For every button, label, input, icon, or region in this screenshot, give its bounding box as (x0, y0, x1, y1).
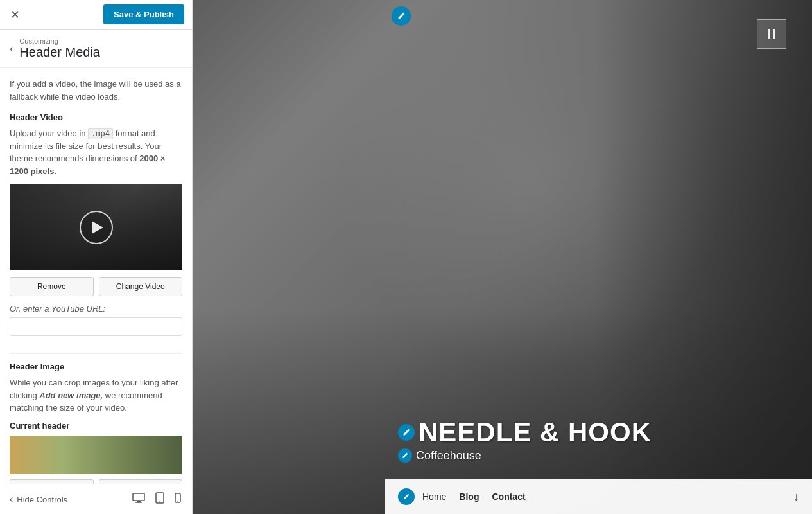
upload-note: Upload your video in .mp4 format and min… (10, 127, 182, 177)
video-thumbnail[interactable] (10, 184, 182, 270)
change-video-button[interactable]: Change Video (99, 277, 183, 296)
play-triangle-icon (92, 221, 103, 234)
preview-nav: Home Blog Contact ↓ (385, 479, 812, 514)
site-branding: NEEDLE & HOOK Coffeehouse (398, 419, 652, 463)
site-title-row: NEEDLE & HOOK (398, 419, 652, 446)
youtube-label: Or, enter a YouTube URL: (10, 304, 182, 314)
thumb-inner (10, 436, 182, 474)
youtube-url-input[interactable] (10, 317, 182, 336)
svg-rect-0 (133, 493, 144, 501)
section-header-text: Customizing Header Media (19, 37, 100, 60)
add-new-image-button[interactable]: Add new image (99, 479, 183, 484)
play-button[interactable] (80, 211, 113, 244)
nav-pencil-icon (403, 493, 410, 500)
site-tagline: Coffeehouse (416, 449, 481, 463)
hide-controls-back-icon: ‹ (10, 493, 13, 505)
edit-nav-button[interactable] (398, 488, 415, 505)
nav-item-blog[interactable]: Blog (459, 492, 479, 502)
svg-rect-2 (135, 502, 142, 503)
close-button[interactable]: ✕ (8, 5, 22, 24)
edit-site-title-button[interactable] (398, 424, 415, 441)
pencil-icon (397, 12, 405, 20)
scroll-down-icon: ↓ (793, 490, 799, 504)
remove-video-button[interactable]: Remove (10, 277, 94, 296)
svg-point-4 (159, 501, 160, 502)
tablet-view-button[interactable] (154, 491, 166, 508)
edit-site-tagline-button[interactable] (398, 448, 412, 463)
device-icons (131, 491, 182, 508)
svg-point-6 (177, 501, 178, 501)
tablet-icon (155, 492, 164, 504)
hide-controls-label: Hide Controls (17, 495, 67, 504)
section-header: ‹ Customizing Header Media (0, 30, 192, 68)
current-header-label: Current header (10, 421, 182, 430)
edit-header-media-button[interactable] (392, 6, 411, 26)
header-video-label: Header Video (10, 112, 182, 122)
save-publish-button[interactable]: Save & Publish (103, 4, 184, 24)
pause-icon (768, 29, 775, 39)
site-tagline-row: Coffeehouse (398, 448, 652, 463)
bottom-bar: ‹ Hide Controls (0, 484, 192, 514)
desktop-view-button[interactable] (131, 492, 146, 507)
site-title-pencil-icon (402, 429, 410, 436)
current-header-thumbnail[interactable] (10, 436, 182, 474)
panel-content: If you add a video, the image will be us… (0, 68, 192, 484)
preview-area: NEEDLE & HOOK Coffeehouse Home Blog Cont… (193, 0, 812, 514)
fallback-note: If you add a video, the image will be us… (10, 78, 182, 103)
section-title: Header Media (19, 45, 100, 60)
mobile-view-button[interactable] (173, 492, 182, 507)
customizing-label: Customizing (19, 37, 100, 45)
nav-item-contact[interactable]: Contact (492, 492, 525, 502)
customizer-panel: ✕ Save & Publish ‹ Customizing Header Me… (0, 0, 193, 514)
image-buttons: Hide image Add new image (10, 479, 182, 484)
header-image-label: Header Image (10, 362, 182, 371)
image-note: While you can crop images to your liking… (10, 377, 182, 414)
divider (10, 353, 182, 354)
nav-items: Home Blog Contact (422, 492, 526, 502)
top-bar: ✕ Save & Publish (0, 0, 192, 30)
hide-image-button[interactable]: Hide image (10, 479, 94, 484)
nav-item-home[interactable]: Home (422, 492, 446, 502)
pause-bar-left (768, 29, 770, 39)
site-tagline-pencil-icon (402, 452, 408, 459)
site-title: NEEDLE & HOOK (419, 419, 652, 446)
hide-controls-button[interactable]: ‹ Hide Controls (10, 493, 67, 505)
pause-button[interactable] (757, 19, 786, 49)
desktop-icon (132, 493, 145, 503)
mobile-icon (175, 493, 181, 503)
header-image-section: Header Image While you can crop images t… (10, 362, 182, 484)
back-button[interactable]: ‹ (10, 43, 13, 55)
pause-bar-right (773, 29, 775, 39)
video-buttons: Remove Change Video (10, 277, 182, 296)
